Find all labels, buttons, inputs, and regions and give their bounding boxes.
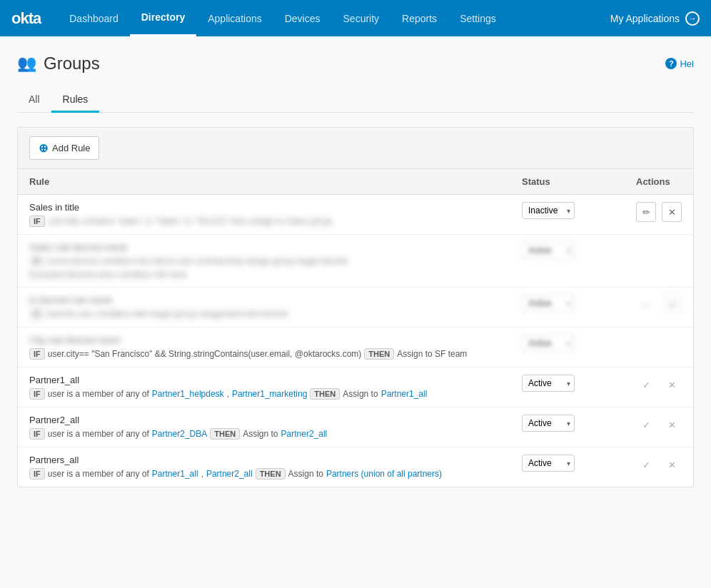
tab-rules[interactable]: Rules [51,88,100,113]
rule-condition-2: Excluded blurred extra condition info he… [29,270,499,280]
edit-button[interactable]: ✓ [636,455,656,475]
if-tag: IF [29,428,45,440]
group-link-1[interactable]: Partner1_helpdesk [152,389,224,399]
table-row: Partner1_all IF user is a member of any … [18,368,693,407]
rule-name: City rule blurred name [29,335,499,345]
nav-item-settings[interactable]: Settings [448,0,508,36]
status-cell: Active Inactive [510,288,625,328]
table-row: Partners_all IF user is a member of any … [18,447,693,487]
status-select[interactable]: Active Inactive [522,375,575,392]
rule-cell: Partner1_all IF user is a member of any … [18,368,510,407]
rule-cell: City rule blurred name IF user.city== "S… [18,328,510,368]
status-cell: Active Inactive [510,447,625,487]
status-select[interactable]: Active Inactive [522,335,575,352]
status-select[interactable]: Active Inactive [522,455,575,472]
rule-condition-extra: Excluded blurred extra condition info he… [29,270,187,280]
status-select[interactable]: Active Inactive [522,295,575,312]
status-cell: Active Inactive [510,368,625,407]
assign-link[interactable]: Partner2_all [281,429,328,439]
delete-button[interactable]: ✕ [662,415,682,435]
assign-prefix: Assign to [288,469,323,479]
rule-condition-text: blurred user condition with target group… [48,309,288,319]
nav-right: My Applications → [610,11,700,26]
condition-prefix: user is a member of any of [48,469,149,479]
actions-cell [625,235,693,288]
status-dropdown-wrapper: Active Inactive [522,375,575,392]
rule-name: to blurred rule name [29,295,499,305]
rule-name: Partner1_all [29,375,499,385]
group-link-1[interactable]: Partner1_all [152,469,198,479]
then-tag: THEN [364,348,394,360]
status-cell: Inactive Active [510,195,625,235]
rule-condition: IF blurred user condition with target gr… [29,308,499,320]
group-link-1[interactable]: Partner2_DBA [152,429,207,439]
edit-button[interactable]: ✓ [636,415,656,435]
if-tag: IF [29,216,45,227]
rule-name: Sales rule blurred name [29,242,499,253]
tab-all[interactable]: All [17,88,51,113]
rule-name: Partners_all [29,455,499,465]
group-link-2[interactable]: Partner1_marketing [232,389,307,399]
status-blurred: Active Inactive [522,335,575,352]
table-row: Sales in title IF user.title contains "s… [18,195,693,235]
delete-button[interactable]: ✕ [662,455,682,475]
navigation: okta Dashboard Directory Applications De… [0,0,711,36]
rule-condition-text: some blurred condition text about user m… [48,256,348,266]
status-dropdown-wrapper: Active Inactive [522,455,575,472]
status-dropdown-wrapper: Inactive Active [522,202,575,219]
if-tag: IF [29,255,45,267]
nav-item-directory[interactable]: Directory [130,0,196,36]
rule-cell: Partners_all IF user is a member of any … [18,447,510,487]
add-rule-button[interactable]: ⊕ Add Rule [29,136,99,160]
help-label: Hel [680,59,694,69]
table-row: Partner2_all IF user is a member of any … [18,407,693,447]
group-link-2[interactable]: Partner2_all [206,469,253,479]
rule-cell: to blurred rule name IF blurred user con… [18,288,510,328]
status-blurred: Active Inactive [522,295,575,312]
okta-logo[interactable]: okta [11,9,41,28]
nav-item-applications[interactable]: Applications [196,0,273,36]
status-cell: Active Inactive [510,328,625,368]
rule-condition: IF user is a member of any of Partner1_a… [29,468,499,480]
rule-cell: Sales in title IF user.title contains "s… [18,195,510,235]
add-rule-label: Add Rule [52,143,90,153]
delete-button[interactable]: ✕ [662,375,682,395]
rules-table: Rule Status Actions Sales in title IF us… [18,169,693,487]
nav-item-security[interactable]: Security [332,0,391,36]
actions-cell: ✓ ✕ [625,447,693,487]
help-icon: ? [665,58,677,69]
main-content: 👥 Groups ? Hel All Rules ⊕ Add Rule Rule… [0,36,711,505]
table-row: City rule blurred name IF user.city== "S… [18,328,693,368]
condition-prefix: user is a member of any of [48,389,149,399]
actions-cell: ✓ ✕ [625,407,693,447]
status-cell: Active Inactive [510,235,625,288]
plus-icon: ⊕ [39,141,48,155]
assign-link[interactable]: Partner1_all [381,389,428,399]
help-link[interactable]: ? Hel [665,58,694,69]
nav-item-devices[interactable]: Devices [273,0,332,36]
nav-item-reports[interactable]: Reports [390,0,448,36]
nav-items: Dashboard Directory Applications Devices… [58,0,610,36]
rules-table-wrapper: Rule Status Actions Sales in title IF us… [17,168,694,487]
rule-condition-text: user.title contains "sales" or "Sales" o… [48,216,332,226]
status-select[interactable]: Active Inactive [522,415,575,432]
table-row: to blurred rule name IF blurred user con… [18,288,693,328]
edit-button[interactable]: ✏ [636,202,656,222]
delete-button[interactable]: ✕ [662,202,682,222]
edit-button[interactable]: ✏ [636,295,656,315]
groups-icon: 👥 [17,54,36,73]
status-select[interactable]: Active Inactive [522,242,575,259]
status-select[interactable]: Inactive Active [522,202,575,219]
actions-cell: ✏ ✕ [625,288,693,328]
nav-item-dashboard[interactable]: Dashboard [58,0,130,36]
rule-condition: IF user.city== "San Francisco" && String… [29,348,499,360]
rule-cell: Sales rule blurred name IF some blurred … [18,235,510,288]
tabs: All Rules [17,88,694,113]
delete-button[interactable]: ✕ [662,295,682,315]
rule-condition: IF user is a member of any of Partner2_D… [29,428,499,440]
rule-condition-text: user.city== "San Francisco" && String.st… [48,349,362,359]
assign-link[interactable]: Partners (union of all partners) [326,469,442,479]
rule-condition: IF user is a member of any of Partner1_h… [29,388,499,400]
my-applications-button[interactable]: My Applications → [610,11,700,26]
edit-button[interactable]: ✓ [636,375,656,395]
